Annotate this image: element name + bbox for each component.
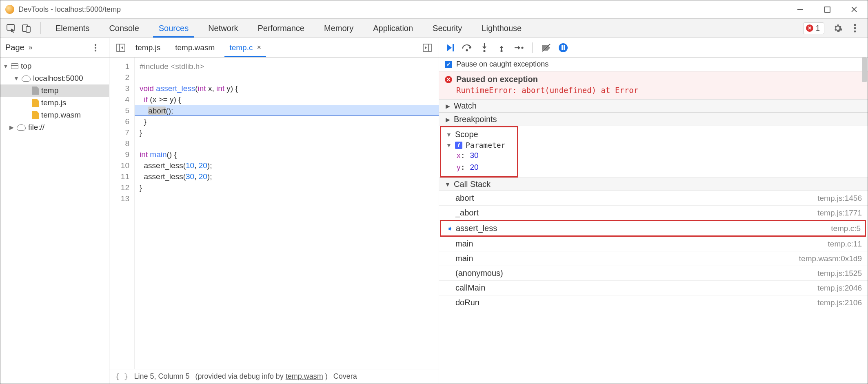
tab-network[interactable]: Network bbox=[198, 19, 248, 38]
call-stack-frame[interactable]: doRuntemp.js:2106 bbox=[439, 295, 868, 310]
exception-banner: ✕ Paused on exception RuntimeError: abor… bbox=[439, 71, 868, 99]
tab-security[interactable]: Security bbox=[423, 19, 472, 38]
debugger-toolbar bbox=[439, 38, 868, 58]
code-line[interactable]: #include <stdlib.h> bbox=[135, 61, 439, 72]
code-line[interactable] bbox=[135, 138, 439, 149]
tab-console[interactable]: Console bbox=[99, 19, 149, 38]
step-out-button[interactable] bbox=[495, 42, 508, 54]
tab-lighthouse[interactable]: Lighthouse bbox=[472, 19, 531, 38]
frame-location[interactable]: temp.js:1456 bbox=[817, 194, 862, 203]
code-editor[interactable]: 12345678910111213 #include <stdlib.h> vo… bbox=[109, 58, 439, 369]
line-number-gutter: 12345678910111213 bbox=[109, 58, 135, 369]
frame-location[interactable]: temp.c:5 bbox=[831, 224, 861, 233]
call-stack-section-header[interactable]: ▼Call Stack bbox=[439, 178, 868, 191]
code-content[interactable]: #include <stdlib.h> void assert_less(int… bbox=[135, 58, 439, 369]
tab-performance[interactable]: Performance bbox=[248, 19, 315, 38]
code-line[interactable]: } bbox=[135, 182, 439, 193]
deactivate-breakpoints-button[interactable] bbox=[540, 42, 552, 54]
more-menu-icon[interactable] bbox=[849, 24, 861, 33]
code-line[interactable]: void assert_less(int x, int y) { bbox=[135, 83, 439, 94]
svg-point-12 bbox=[95, 49, 96, 51]
step-button[interactable] bbox=[513, 42, 525, 54]
source-tabs: temp.jstemp.wasmtemp.c× bbox=[109, 38, 439, 58]
navigator-header: Page » bbox=[0, 38, 109, 58]
scope-variable[interactable]: x: 30 bbox=[446, 149, 512, 161]
window-minimize-button[interactable] bbox=[787, 0, 814, 18]
checkbox-checked-icon[interactable]: ✓ bbox=[445, 61, 452, 68]
call-stack-frame[interactable]: maintemp.c:11 bbox=[439, 237, 868, 251]
scope-variable[interactable]: y: 20 bbox=[446, 161, 512, 173]
step-into-button[interactable] bbox=[478, 42, 491, 54]
watch-section-header[interactable]: ▶Watch bbox=[439, 99, 868, 113]
navigator-mode-chevron-icon[interactable]: » bbox=[29, 43, 33, 52]
tab-memory[interactable]: Memory bbox=[314, 19, 363, 38]
settings-gear-icon[interactable] bbox=[832, 23, 844, 33]
source-tab[interactable]: temp.c× bbox=[222, 38, 269, 57]
call-stack-frame[interactable]: aborttemp.js:1456 bbox=[439, 191, 868, 206]
window-maximize-button[interactable] bbox=[814, 0, 841, 18]
step-over-button[interactable] bbox=[461, 42, 473, 54]
navigator-more-icon[interactable] bbox=[89, 44, 102, 52]
code-line[interactable] bbox=[135, 72, 439, 83]
tab-application[interactable]: Application bbox=[363, 19, 423, 38]
call-stack-frame[interactable]: (anonymous)temp.js:1525 bbox=[439, 266, 868, 281]
devtools-tabs: ElementsConsoleSourcesNetworkPerformance… bbox=[0, 18, 868, 38]
tab-elements[interactable]: Elements bbox=[46, 19, 99, 38]
source-tab[interactable]: temp.js bbox=[128, 38, 168, 57]
code-line[interactable]: if (x >= y) { bbox=[135, 94, 439, 105]
tree-file[interactable]: temp.wasm bbox=[0, 109, 109, 121]
svg-rect-1 bbox=[825, 7, 830, 12]
scope-group[interactable]: ▼f Parameter bbox=[446, 141, 512, 149]
scrollbar-thumb[interactable] bbox=[862, 58, 867, 82]
code-line[interactable]: assert_less(30, 20); bbox=[135, 171, 439, 182]
frame-location[interactable]: temp.js:2106 bbox=[817, 298, 862, 307]
close-tab-icon[interactable]: × bbox=[257, 43, 261, 52]
call-stack-frame[interactable]: ➧assert_lesstemp.c:5 bbox=[440, 220, 866, 237]
file-icon bbox=[32, 111, 39, 119]
navigator-mode[interactable]: Page bbox=[5, 43, 24, 52]
code-line[interactable]: int main() { bbox=[135, 149, 439, 160]
current-frame-icon: ➧ bbox=[445, 224, 454, 233]
call-stack-frame[interactable]: callMaintemp.js:2046 bbox=[439, 281, 868, 295]
call-stack-frame[interactable]: maintemp.wasm:0x1d9 bbox=[439, 251, 868, 266]
svg-point-9 bbox=[854, 31, 856, 33]
status-debug-link[interactable]: temp.wasm bbox=[286, 372, 323, 381]
coverage-link[interactable]: Covera bbox=[333, 372, 357, 381]
code-line[interactable]: assert_less(10, 20); bbox=[135, 160, 439, 171]
window-close-button[interactable] bbox=[841, 0, 868, 18]
frame-location[interactable]: temp.js:1525 bbox=[817, 269, 862, 278]
tree-file-scheme[interactable]: ▶ file:// bbox=[0, 121, 109, 133]
tab-sources[interactable]: Sources bbox=[149, 19, 198, 38]
code-line[interactable]: } bbox=[135, 116, 439, 127]
code-line[interactable]: abort(); bbox=[135, 105, 439, 116]
svg-rect-29 bbox=[564, 45, 565, 50]
cursor-position: Line 5, Column 5 bbox=[134, 372, 190, 381]
tree-origin[interactable]: ▼ localhost:5000 bbox=[0, 72, 109, 84]
toggle-navigator-icon[interactable] bbox=[113, 44, 128, 52]
svg-point-7 bbox=[854, 24, 856, 26]
tree-file-label: temp.wasm bbox=[41, 111, 81, 120]
error-count-badge[interactable]: ✕ 1 bbox=[803, 22, 824, 34]
device-toolbar-icon[interactable] bbox=[20, 22, 33, 35]
toggle-debugger-icon[interactable] bbox=[420, 44, 435, 52]
frame-location[interactable]: temp.c:11 bbox=[828, 240, 862, 249]
inspect-element-icon[interactable] bbox=[4, 22, 18, 35]
tree-top[interactable]: ▼ top bbox=[0, 60, 109, 72]
frame-location[interactable]: temp.js:1771 bbox=[817, 209, 862, 218]
frame-location[interactable]: temp.wasm:0x1d9 bbox=[799, 254, 862, 263]
breakpoints-section-header[interactable]: ▶Breakpoints bbox=[439, 113, 868, 126]
svg-point-22 bbox=[500, 50, 502, 52]
frame-location[interactable]: temp.js:2046 bbox=[817, 284, 862, 293]
pretty-print-icon[interactable]: { } bbox=[115, 372, 129, 381]
code-line[interactable]: } bbox=[135, 127, 439, 138]
call-stack-frame[interactable]: _aborttemp.js:1771 bbox=[439, 206, 868, 220]
tree-file[interactable]: temp.js bbox=[0, 97, 109, 109]
pause-on-exceptions-button[interactable] bbox=[557, 42, 569, 54]
tree-file[interactable]: temp bbox=[0, 84, 109, 97]
code-line[interactable] bbox=[135, 193, 439, 204]
pause-on-caught[interactable]: ✓ Pause on caught exceptions bbox=[439, 58, 868, 71]
source-tab[interactable]: temp.wasm bbox=[168, 38, 222, 57]
resume-button[interactable] bbox=[444, 42, 456, 54]
function-badge-icon: f bbox=[455, 142, 462, 149]
scope-section-header[interactable]: ▼Scope bbox=[442, 129, 516, 140]
